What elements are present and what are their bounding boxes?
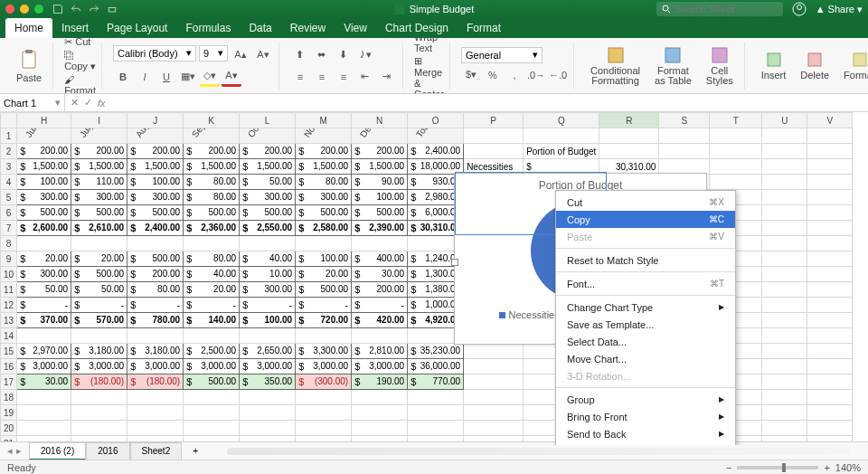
- cell[interactable]: $770.00: [408, 374, 464, 390]
- font-name-select[interactable]: Calibri (Body)▾: [113, 45, 196, 62]
- cell[interactable]: [762, 390, 807, 405]
- cell[interactable]: $500.00: [71, 267, 127, 282]
- align-left-icon[interactable]: ≡: [290, 67, 310, 87]
- increase-decimal-icon[interactable]: .0→: [526, 65, 546, 85]
- cell[interactable]: [762, 344, 807, 359]
- cell[interactable]: $200.00: [352, 282, 408, 298]
- number-format-select[interactable]: General▾: [461, 47, 542, 63]
- cell[interactable]: [352, 405, 408, 421]
- formula-input[interactable]: [109, 94, 868, 111]
- cell[interactable]: [184, 236, 240, 251]
- cell[interactable]: $(300.00): [296, 374, 352, 390]
- cell[interactable]: $500.00: [240, 205, 296, 221]
- cell[interactable]: [710, 159, 762, 175]
- row-header-19[interactable]: 19: [1, 405, 17, 421]
- cell[interactable]: [17, 236, 71, 251]
- cell[interactable]: $720.00: [296, 313, 352, 328]
- cell[interactable]: $80.00: [127, 282, 184, 298]
- cell[interactable]: $50.00: [71, 282, 127, 298]
- insert-cells-button[interactable]: Insert: [756, 50, 792, 82]
- cell[interactable]: $3,180.00: [127, 344, 184, 359]
- cell[interactable]: $35,230.00: [408, 344, 464, 359]
- cell[interactable]: $30.00: [17, 374, 71, 390]
- context-menu[interactable]: Cut⌘XCopy⌘CPaste⌘VReset to Match StyleFo…: [555, 190, 736, 445]
- cell[interactable]: [127, 405, 184, 421]
- col-header-L[interactable]: L: [240, 113, 296, 128]
- cell[interactable]: [762, 328, 807, 344]
- cell[interactable]: [17, 405, 71, 421]
- cell[interactable]: $370.00: [17, 313, 71, 328]
- cell[interactable]: [807, 251, 853, 267]
- fill-color-button[interactable]: ◇▾: [200, 67, 220, 87]
- cell[interactable]: $500.00: [184, 205, 240, 221]
- cell[interactable]: $100.00: [240, 313, 296, 328]
- align-middle-icon[interactable]: ⬌: [312, 45, 332, 65]
- format-painter-button[interactable]: 🖌 Format: [64, 74, 96, 95]
- merge-center-button[interactable]: ⊞ Merge & Center ▾: [414, 55, 444, 94]
- cell[interactable]: $20.00: [17, 251, 71, 267]
- cell[interactable]: $-: [296, 298, 352, 313]
- cell[interactable]: $100.00: [17, 175, 71, 190]
- cell[interactable]: [17, 328, 71, 344]
- cell[interactable]: $500.00: [127, 205, 184, 221]
- cell[interactable]: $200.00: [184, 144, 240, 159]
- cell[interactable]: [71, 236, 127, 251]
- increase-font-icon[interactable]: A▴: [231, 45, 250, 65]
- cell[interactable]: [710, 144, 762, 159]
- tab-formulas[interactable]: Formulas: [176, 18, 240, 38]
- cell[interactable]: [184, 421, 240, 436]
- quick-access-toolbar[interactable]: [52, 4, 118, 14]
- cell[interactable]: [127, 328, 184, 344]
- cell[interactable]: $1,500.00: [71, 159, 127, 175]
- cell[interactable]: [807, 267, 853, 282]
- cell[interactable]: [762, 190, 807, 205]
- cell[interactable]: [762, 405, 807, 421]
- cell[interactable]: $2,400.00: [408, 144, 464, 159]
- sheet-tab-sheet2[interactable]: Sheet2: [130, 442, 183, 460]
- cell[interactable]: $2,390.00: [352, 221, 408, 236]
- sheet-tab-2016[interactable]: 2016: [86, 442, 129, 460]
- cell[interactable]: $200.00: [127, 144, 184, 159]
- search-sheet[interactable]: [656, 2, 783, 16]
- cell[interactable]: 30,310.00: [599, 159, 659, 175]
- cell[interactable]: [408, 405, 464, 421]
- col-header-I[interactable]: I: [71, 113, 127, 128]
- cell[interactable]: [408, 421, 464, 436]
- cell[interactable]: [352, 328, 408, 344]
- save-icon[interactable]: [52, 4, 63, 14]
- print-icon[interactable]: [107, 4, 118, 14]
- cell[interactable]: $2,810.00: [352, 344, 408, 359]
- cell[interactable]: $80.00: [184, 251, 240, 267]
- delete-cells-button[interactable]: Delete: [795, 50, 835, 82]
- col-header-P[interactable]: P: [464, 113, 524, 128]
- cell[interactable]: $100.00: [127, 175, 184, 190]
- cell[interactable]: $-: [17, 298, 71, 313]
- cell[interactable]: [762, 159, 807, 175]
- cell[interactable]: $1,500.00: [17, 159, 71, 175]
- cell[interactable]: [127, 421, 184, 436]
- cell[interactable]: [127, 390, 184, 405]
- row-header-4[interactable]: 4: [1, 175, 17, 190]
- cell[interactable]: [807, 328, 853, 344]
- ctx-send-to-back[interactable]: Send to Back▶: [556, 425, 735, 442]
- indent-inc-icon[interactable]: ⇥: [377, 67, 397, 87]
- cell[interactable]: [807, 359, 853, 374]
- cell[interactable]: $20.00: [71, 251, 127, 267]
- cell[interactable]: $1,500.00: [127, 159, 184, 175]
- border-button[interactable]: ▦▾: [178, 67, 198, 87]
- tab-view[interactable]: View: [335, 18, 376, 38]
- cell[interactable]: [807, 344, 853, 359]
- row-header-17[interactable]: 17: [1, 374, 17, 390]
- cell[interactable]: [762, 236, 807, 251]
- cell-styles-button[interactable]: Cell Styles: [701, 44, 739, 88]
- cell[interactable]: [464, 344, 524, 359]
- cell[interactable]: $10.00: [240, 267, 296, 282]
- cell[interactable]: $570.00: [71, 313, 127, 328]
- cell[interactable]: $300.00: [17, 267, 71, 282]
- cell[interactable]: $2,360.00: [184, 221, 240, 236]
- cell[interactable]: $90.00: [352, 175, 408, 190]
- cell[interactable]: $3,000.00: [296, 359, 352, 374]
- col-header-R[interactable]: R: [599, 113, 659, 128]
- cell[interactable]: $2,550.00: [240, 221, 296, 236]
- cell[interactable]: $40.00: [240, 251, 296, 267]
